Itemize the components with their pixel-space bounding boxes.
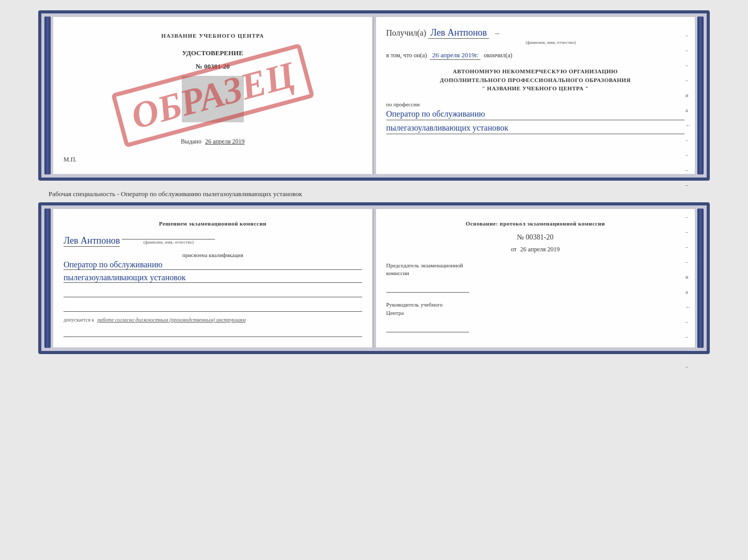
top-right-page: Получил(а) Лев Антпонов – (фамилия, имя,… (376, 17, 696, 174)
rukovoditel-block: Руководитель учебного Центра (386, 301, 685, 332)
predsedatel-block: Председатель экзаменационной комиссии (386, 262, 685, 293)
predsedatel-line2: комиссии (386, 269, 685, 277)
blank-line-1 (64, 287, 362, 297)
school-name-header: НАЗВАНИЕ УЧЕБНОГО ЦЕНТРА (64, 33, 362, 39)
fio-hint: (фамилия, имя, отчество) (417, 40, 685, 45)
right-dashes-bottom: – – – – и а ← – – – – (685, 214, 691, 370)
resheniyem-block: Решением экзаменационной комиссии (64, 219, 362, 228)
protokol-date: 26 апреля 2019 (520, 246, 559, 253)
qualification-line1: Оператор по обслуживанию (64, 260, 362, 270)
vydano-date: 26 апреля 2019 (205, 138, 244, 145)
recipient-name: Лев Антпонов (428, 27, 489, 39)
okonchil-label: окончил(а) (484, 52, 512, 59)
cert-number: № 00381-20 (64, 62, 362, 71)
poluchil-row: Получил(а) Лев Антпонов – (386, 27, 685, 39)
protocol-number: № 00381-20 (386, 233, 685, 242)
bottom-person-name: Лев Антпонов (64, 235, 120, 247)
bottom-fio-hint: (фамилия, имя, отчество) (122, 239, 215, 245)
poluchil-label: Получил(а) (386, 28, 427, 38)
rukovoditel-line1: Руководитель учебного (386, 301, 685, 309)
rukovoditel-line2: Центра (386, 309, 685, 317)
prisvoena-label: присвоена квалификация (64, 252, 362, 258)
side-dashes: – – – – и а ← – – – – (685, 33, 691, 188)
top-certificate-book: НАЗВАНИЕ УЧЕБНОГО ЦЕНТРА УДОСТОВЕРЕНИЕ №… (38, 10, 710, 181)
book-spine-left (44, 17, 51, 174)
completion-date: 26 апреля 2019г. (430, 51, 480, 60)
photo-placeholder (182, 76, 244, 122)
profession-line1: Оператор по обслуживанию (386, 109, 685, 120)
blank-line-3 (64, 327, 362, 337)
predsedatel-signature-line (386, 282, 469, 293)
cert-udostoverenie-label: УДОСТОВЕРЕНИЕ (64, 49, 362, 57)
dash-right-1: – (495, 28, 500, 38)
org-block: АВТОНОМНУЮ НЕКОММЕРЧЕСКУЮ ОРГАНИЗАЦИЮ ДО… (386, 67, 685, 93)
po-professii-label: по профессии (386, 101, 685, 107)
dopusk-prefix: допускается к (64, 317, 94, 323)
bottom-left-page: Решением экзаменационной комиссии Лев Ан… (53, 209, 373, 348)
dopusk-block: допускается к работе согласно должностны… (64, 317, 362, 323)
top-left-page: НАЗВАНИЕ УЧЕБНОГО ЦЕНТРА УДОСТОВЕРЕНИЕ №… (53, 17, 373, 174)
predsedatel-line1: Председатель экзаменационной (386, 262, 685, 269)
book-spine-right (697, 17, 704, 174)
org-line2: ДОПОЛНИТЕЛЬНОГО ПРОФЕССИОНАЛЬНОГО ОБРАЗО… (386, 76, 685, 85)
org-line3: " НАЗВАНИЕ УЧЕБНОГО ЦЕНТРА " (386, 84, 685, 93)
osnovanie-label: Основание: протокол экзаменационной коми… (386, 219, 685, 228)
vydano-prefix: Выдано (181, 138, 201, 145)
vtom-prefix: в том, что он(а) (386, 52, 427, 59)
rukovoditel-signature-line (386, 322, 469, 332)
mp-label: М.П. (64, 156, 362, 164)
bottom-certificate-book: Решением экзаменационной комиссии Лев Ан… (38, 202, 710, 354)
vydano-line: Выдано 26 апреля 2019 (64, 138, 362, 146)
qualification-line2: пылегазоулавливающих установок (64, 273, 362, 283)
resheniyem-label: Решением экзаменационной комиссии (64, 219, 362, 228)
bottom-right-page: Основание: протокол экзаменационной коми… (376, 209, 696, 348)
vtom-line: в том, что он(а) 26 апреля 2019г. окончи… (386, 51, 685, 60)
bottom-spine-left (44, 209, 51, 348)
osnovanie-block: Основание: протокол экзаменационной коми… (386, 219, 685, 228)
dopusk-text: работе согласно должностным (производств… (98, 317, 245, 323)
bottom-spine-right (697, 209, 704, 348)
blank-line-2 (64, 301, 362, 312)
ot-date-block: от 26 апреля 2019 (386, 246, 685, 253)
ot-prefix: от (511, 246, 517, 253)
profession-line2: пылегазоулавливающих установок (386, 123, 685, 134)
org-line1: АВТОНОМНУЮ НЕКОММЕРЧЕСКУЮ ОРГАНИЗАЦИЮ (386, 67, 685, 76)
bottom-name-block: Лев Антпонов (фамилия, имя, отчество) (64, 232, 362, 247)
middle-specialty-label: Рабочая специальность - Оператор по обсл… (38, 186, 710, 202)
